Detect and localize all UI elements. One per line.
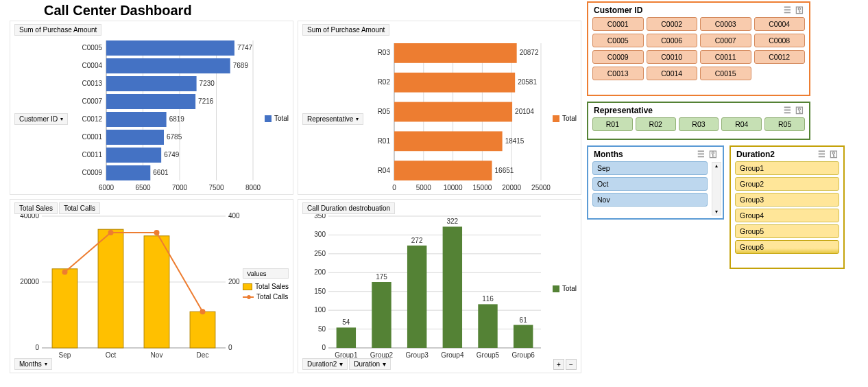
clear-filter-icon[interactable]: ⚿ [795,5,804,15]
tab-total-calls[interactable]: Total Calls [59,202,100,214]
svg-text:7000: 7000 [172,184,188,191]
slicer-item-group6[interactable]: Group6 [735,240,839,254]
slicer-item-c0006[interactable]: C0006 [647,34,698,47]
slicer-item-c0009[interactable]: C0009 [592,50,644,64]
svg-rect-114 [478,304,497,348]
legend-item-total-sales: Total Sales [243,283,289,290]
svg-text:6819: 6819 [169,115,185,123]
multi-select-icon[interactable]: ☰ [784,5,791,15]
slicer-item-sep[interactable]: Sep [592,161,708,175]
scrollbar[interactable]: ▴ ▾ [712,162,721,215]
clear-filter-icon[interactable]: ⚿ [795,106,804,115]
slicer-item-c0015[interactable]: C0015 [700,67,751,80]
svg-text:100: 100 [314,306,326,314]
chart-customer-purchase: Sum of Purchase Amount Customer ID ▾ Tot… [10,21,293,195]
svg-text:C0007: C0007 [82,97,103,105]
svg-rect-77 [144,236,169,348]
svg-text:7747: 7747 [237,44,253,51]
svg-text:18415: 18415 [505,137,525,145]
axis-filter-representative[interactable]: Representative ▾ [302,113,363,125]
legend-label: Total [562,115,577,122]
slicer-item-c0011[interactable]: C0011 [700,50,751,64]
svg-text:250: 250 [314,250,326,257]
axis-filter-months[interactable]: Months ▾ [14,358,52,370]
slicer-item-c0008[interactable]: C0008 [754,34,806,47]
page-title: Call Center Dashboard [44,3,192,19]
legend-label: Total [274,115,289,122]
collapse-button[interactable]: − [566,359,577,370]
scroll-down-icon[interactable]: ▾ [715,209,718,215]
clear-filter-icon[interactable]: ⚿ [709,150,717,159]
slicer-item-oct[interactable]: Oct [592,177,708,191]
chart-title: Call Duration destrobuation [302,202,395,214]
chevron-down-icon: ▾ [45,361,47,367]
slicer-item-c0005[interactable]: C0005 [592,34,644,47]
svg-rect-26 [106,130,164,145]
svg-text:Group3: Group3 [405,351,429,359]
slicer-item-c0013[interactable]: C0013 [592,67,644,80]
multi-select-icon[interactable]: ☰ [784,106,791,115]
svg-text:C0005: C0005 [82,44,103,51]
svg-text:0: 0 [35,344,39,351]
legend-title: Values [243,268,289,279]
chart-monthly: Total Sales Total Calls Months ▾ Values … [10,199,293,373]
slicer-item-c0001[interactable]: C0001 [592,17,644,31]
slicer-item-group1[interactable]: Group1 [735,161,839,175]
slicer-item-c0014[interactable]: C0014 [647,67,698,80]
slicer-item-r01[interactable]: R01 [592,117,633,131]
svg-text:C0004: C0004 [82,62,103,69]
axis-filter-customer-id[interactable]: Customer ID ▾ [14,113,68,125]
axis-filter-duration2[interactable]: Duration2 ▾ [302,358,348,370]
expand-button[interactable]: + [553,359,564,370]
multi-select-icon[interactable]: ☰ [697,150,705,159]
slicer-item-c0007[interactable]: C0007 [700,34,751,47]
legend-label: Total [562,285,577,292]
svg-text:150: 150 [314,288,326,295]
chart-title: Sum of Purchase Amount [302,24,389,36]
legend-label: Total Calls [256,293,288,301]
slicer-item-r04[interactable]: R04 [721,117,762,131]
slicer-item-c0012[interactable]: C0012 [754,50,806,64]
axis-filter-duration[interactable]: Duration ▾ [349,358,391,370]
slicer-item-group5[interactable]: Group5 [735,224,839,238]
svg-rect-102 [337,327,356,348]
svg-text:20581: 20581 [518,78,537,86]
svg-text:400: 400 [228,212,240,220]
svg-text:7216: 7216 [198,97,214,105]
multi-select-icon[interactable]: ☰ [818,150,825,159]
svg-rect-54 [394,102,512,122]
svg-text:Sep: Sep [59,351,71,359]
svg-rect-75 [98,229,123,348]
svg-text:175: 175 [376,273,387,281]
clear-filter-icon[interactable]: ⚿ [830,150,838,159]
svg-rect-60 [394,161,492,180]
scroll-up-icon[interactable]: ▴ [715,163,718,169]
slicer-title: Customer ID [594,5,642,15]
svg-text:C0012: C0012 [82,115,103,123]
slicer-item-nov[interactable]: Nov [592,193,708,207]
svg-text:0: 0 [228,344,232,351]
svg-rect-11 [106,40,234,56]
slicer-months: Months ☰ ⚿ SepOctNov ▴ ▾ [587,145,724,220]
slicer-title: Duration2 [736,150,775,159]
slicer-item-c0010[interactable]: C0010 [647,50,698,64]
legend-item-total: Total [553,115,577,122]
slicer-item-c0004[interactable]: C0004 [754,17,806,31]
slicer-customer-id: Customer ID ☰ ⚿ C0001C0002C0003C0004C000… [587,1,810,96]
chevron-down-icon: ▾ [356,116,359,122]
slicer-item-r05[interactable]: R05 [764,117,805,131]
slicer-item-group2[interactable]: Group2 [735,177,839,191]
slicer-item-group4[interactable]: Group4 [735,209,839,222]
slicer-item-c0002[interactable]: C0002 [647,17,698,31]
tab-total-sales[interactable]: Total Sales [14,202,58,214]
slicer-item-group3[interactable]: Group3 [735,193,839,207]
axis-filter-label: Duration [354,360,380,368]
svg-text:15000: 15000 [472,184,492,191]
slicer-item-r03[interactable]: R03 [679,117,719,131]
slicer-item-r02[interactable]: R02 [636,117,676,131]
svg-rect-111 [443,226,462,348]
svg-rect-48 [394,43,517,63]
slicer-item-c0003[interactable]: C0003 [700,17,751,31]
svg-text:0: 0 [392,184,396,191]
svg-rect-20 [106,94,195,109]
